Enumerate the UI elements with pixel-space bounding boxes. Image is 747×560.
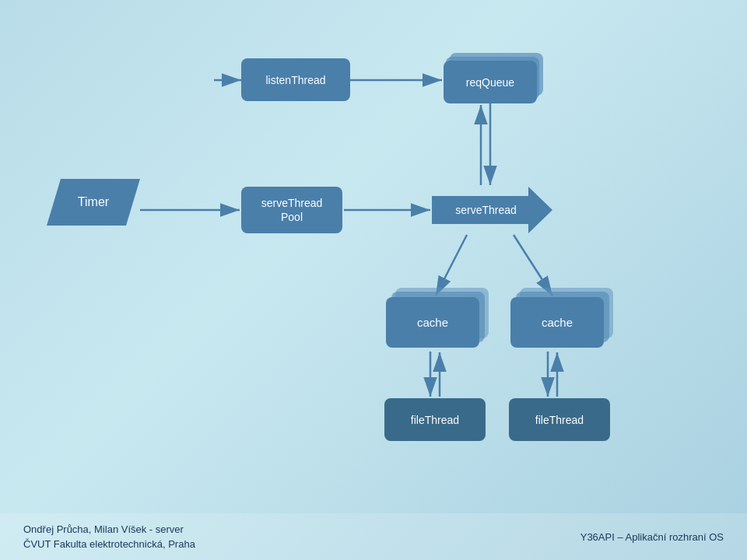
req-queue-node: reqQueue (444, 61, 537, 103)
cache1-label: cache (417, 316, 448, 329)
diagram: Timer listenThread reqQueue serveThreadP… (0, 0, 747, 513)
timer-label: Timer (78, 195, 109, 209)
serve-thread-pool-label: serveThreadPool (261, 196, 323, 224)
cache2-label: cache (542, 316, 573, 329)
req-queue-label: reqQueue (466, 76, 514, 89)
listen-thread-label: listenThread (265, 74, 325, 86)
file-thread2-label: fileThread (535, 414, 584, 426)
footer-line1: Ondřej Průcha, Milan Víšek - server (23, 522, 195, 537)
footer-left: Ondřej Průcha, Milan Víšek - server ČVUT… (23, 522, 195, 552)
cache2-node: cache (510, 297, 604, 348)
svg-line-8 (436, 235, 467, 296)
svg-line-9 (514, 235, 552, 296)
file-thread1-node: fileThread (384, 398, 486, 441)
listen-thread-node: listenThread (241, 58, 350, 101)
cache1-node: cache (386, 297, 479, 348)
footer-right: Y36API – Aplikační rozhraní OS (580, 531, 724, 543)
arrows-svg (0, 0, 747, 513)
serve-thread-pool-node: serveThreadPool (241, 187, 342, 233)
footer: Ondřej Průcha, Milan Víšek - server ČVUT… (0, 513, 747, 560)
file-thread2-node: fileThread (509, 398, 610, 441)
serve-thread-label: serveThread (455, 204, 517, 216)
serve-thread-node: serveThread (432, 187, 552, 233)
footer-line2: ČVUT Fakulta elektrotechnická, Praha (23, 537, 195, 552)
file-thread1-label: fileThread (411, 414, 459, 426)
timer-node: Timer (47, 179, 140, 226)
